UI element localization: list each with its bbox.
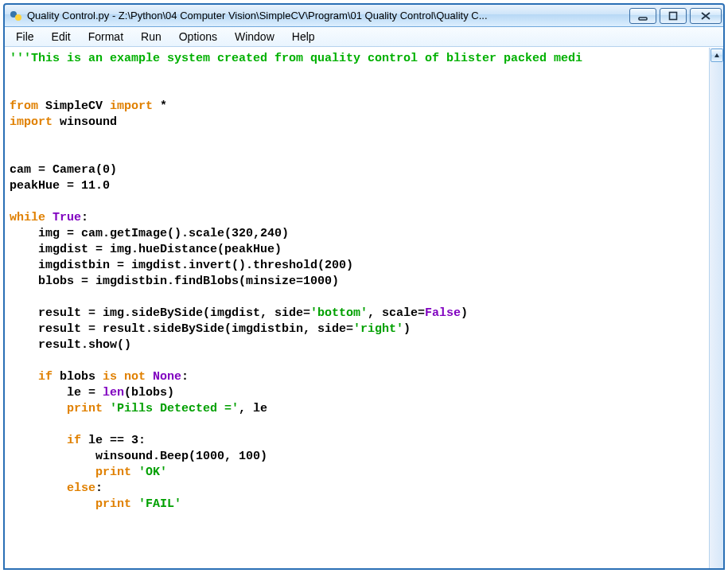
menu-edit[interactable]: Edit — [44, 29, 79, 45]
txt: winsound — [53, 115, 117, 129]
kw-from: from — [10, 99, 38, 113]
str: 'Pills Detected =' — [110, 402, 239, 415]
txt — [146, 370, 153, 384]
svg-rect-2 — [639, 18, 647, 20]
txt — [10, 466, 95, 479]
app-icon — [10, 10, 22, 22]
menu-run[interactable]: Run — [133, 29, 169, 45]
close-button[interactable] — [690, 8, 722, 24]
kw-print: print — [67, 402, 103, 415]
menu-file[interactable]: File — [8, 29, 42, 45]
svg-rect-3 — [670, 12, 677, 19]
code-line: img = cam.getImage().scale(320,240) — [10, 227, 289, 240]
txt: (blobs) — [124, 386, 174, 400]
code-line: imgdistbin = imgdist.invert().threshold(… — [10, 259, 353, 272]
kw-if: if — [10, 434, 81, 447]
window-controls — [629, 8, 722, 24]
txt — [131, 497, 138, 511]
kw-not: not — [124, 370, 146, 384]
str: 'FAIL' — [138, 497, 181, 511]
txt: , le — [239, 402, 267, 415]
kw-print: print — [95, 466, 131, 479]
txt: SimpleCV — [38, 99, 110, 113]
txt: ) — [403, 322, 411, 336]
txt — [103, 402, 110, 415]
kw-while: while — [10, 211, 45, 224]
txt: result = img.sideBySide(imgdist, side= — [10, 306, 310, 320]
txt: * — [153, 99, 167, 113]
editor-area: '''This is an example system created fro… — [5, 47, 723, 568]
maximize-button[interactable] — [660, 8, 687, 24]
str: 'bottom' — [310, 306, 368, 320]
menu-format[interactable]: Format — [80, 29, 131, 45]
txt: result = result.sideBySide(imgdistbin, s… — [10, 322, 353, 336]
txt — [10, 402, 67, 415]
minimize-button[interactable] — [629, 8, 656, 24]
titlebar[interactable]: Quality Control.py - Z:\Python\04 Comput… — [5, 5, 723, 27]
bi-none: None — [153, 370, 181, 384]
txt — [10, 497, 95, 511]
bi-false: False — [425, 306, 461, 320]
kw-print: print — [95, 497, 131, 511]
str: 'right' — [353, 322, 403, 336]
txt — [117, 370, 124, 384]
txt: : — [181, 370, 189, 384]
kw-import: import — [10, 115, 53, 129]
str: 'OK' — [138, 466, 167, 479]
kw-if: if — [10, 370, 53, 384]
menu-window[interactable]: Window — [227, 29, 282, 45]
txt: , scale= — [368, 306, 425, 320]
menu-help[interactable]: Help — [284, 29, 323, 45]
code-line: imgdist = img.hueDistance(peakHue) — [10, 243, 282, 256]
idle-window: Quality Control.py - Z:\Python\04 Comput… — [3, 3, 725, 570]
txt: : — [95, 481, 103, 495]
code-line: blobs = imgdistbin.findBlobs(minsize=100… — [10, 275, 339, 288]
bi-true: True — [45, 211, 81, 224]
svg-point-1 — [15, 14, 21, 21]
menubar: File Edit Format Run Options Window Help — [5, 27, 723, 47]
kw-else: else — [67, 481, 95, 495]
txt: le == 3: — [81, 434, 146, 447]
window-title: Quality Control.py - Z:\Python\04 Comput… — [27, 10, 629, 21]
kw-import: import — [110, 99, 153, 113]
scroll-up-button[interactable] — [710, 49, 723, 62]
txt: : — [81, 211, 88, 224]
txt: le = — [10, 386, 103, 400]
code-line: result.show() — [10, 338, 131, 352]
bi-len: len — [103, 386, 124, 400]
code-line: cam = Camera(0) — [10, 163, 117, 177]
txt: blobs — [53, 370, 103, 384]
code-line: peakHue = 11.0 — [10, 179, 110, 193]
docstring: '''This is an example system created fro… — [10, 52, 582, 65]
kw-is: is — [103, 370, 117, 384]
code-editor[interactable]: '''This is an example system created fro… — [5, 48, 709, 568]
txt — [131, 466, 138, 479]
txt — [10, 481, 67, 495]
vertical-scrollbar[interactable] — [709, 48, 723, 568]
menu-options[interactable]: Options — [171, 29, 225, 45]
code-line: winsound.Beep(1000, 100) — [10, 450, 267, 463]
txt: ) — [461, 306, 468, 320]
